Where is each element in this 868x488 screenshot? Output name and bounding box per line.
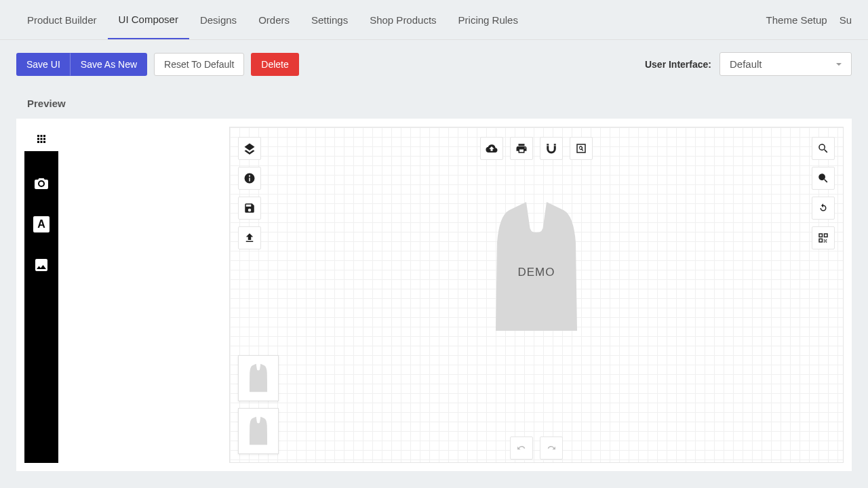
ui-label: User Interface: [645, 59, 711, 70]
tool-row-top [480, 137, 593, 160]
thumbnails [238, 355, 279, 454]
text-icon: A [33, 216, 50, 232]
zoom-in-icon [817, 172, 829, 184]
rail-text-button[interactable]: A [33, 216, 50, 232]
upload-button[interactable] [238, 226, 261, 249]
undo-icon [515, 442, 528, 454]
save-canvas-button[interactable] [238, 197, 261, 220]
demo-label: DEMO [518, 266, 555, 279]
save-as-new-button[interactable]: Save As New [71, 53, 147, 76]
search-button[interactable] [812, 137, 835, 160]
nav-orders[interactable]: Orders [248, 0, 300, 39]
ui-selector: User Interface: Default [645, 52, 852, 76]
chevron-down-icon [836, 63, 842, 66]
save-ui-button[interactable]: Save UI [16, 53, 71, 76]
canvas-area[interactable]: DEMO [229, 127, 844, 463]
search-icon [817, 142, 829, 155]
magnet-icon [545, 142, 557, 155]
delete-button[interactable]: Delete [251, 53, 298, 76]
bottom-controls [510, 436, 563, 460]
print-button[interactable] [510, 137, 533, 160]
info-icon [243, 172, 256, 184]
ui-select[interactable]: Default [719, 52, 852, 76]
nav-pricing-rules[interactable]: Pricing Rules [448, 0, 529, 39]
zoom-in-button[interactable] [812, 167, 835, 190]
info-button[interactable] [238, 167, 261, 190]
button-group-left: Save UI Save As New Reset To Default Del… [16, 53, 299, 76]
refresh-button[interactable] [812, 197, 835, 220]
rail-camera-button[interactable] [33, 176, 50, 192]
side-rail: A [24, 127, 58, 463]
upload-icon [243, 232, 256, 244]
nav-product-builder[interactable]: Product Builder [16, 0, 108, 39]
save-icon [243, 202, 256, 214]
cloud-download-button[interactable] [480, 137, 503, 160]
grid-icon [35, 133, 47, 145]
preview-body: A [16, 119, 852, 471]
rail-image-button[interactable] [33, 257, 50, 273]
refresh-icon [817, 202, 829, 214]
nav-cut[interactable]: Su [840, 14, 852, 26]
reset-button[interactable]: Reset To Default [154, 53, 244, 76]
ui-select-value: Default [730, 58, 762, 70]
nav-shop-products[interactable]: Shop Products [359, 0, 447, 39]
nav-settings[interactable]: Settings [300, 0, 359, 39]
redo-icon [545, 442, 557, 454]
nav-ui-composer[interactable]: UI Composer [108, 0, 189, 39]
nav-designs[interactable]: Designs [189, 0, 248, 39]
camera-icon [33, 176, 50, 192]
nav-theme-setup[interactable]: Theme Setup [766, 14, 827, 26]
cloud-download-icon [486, 142, 498, 155]
layers-button[interactable] [238, 137, 261, 160]
qr-button[interactable] [812, 226, 835, 249]
layers-icon [243, 142, 256, 155]
qr-icon [817, 232, 829, 244]
search-box-icon [575, 142, 587, 155]
toolbar: Save UI Save As New Reset To Default Del… [0, 40, 868, 88]
image-icon [33, 257, 50, 273]
magnet-button[interactable] [540, 137, 563, 160]
preview-header: Preview [16, 88, 852, 119]
preview-container: Preview A [16, 88, 852, 471]
redo-button[interactable] [540, 436, 563, 460]
tool-col-right [812, 137, 835, 249]
side-panel [58, 127, 229, 463]
top-nav: Product Builder UI Composer Designs Orde… [0, 0, 868, 40]
product-demo: DEMO [496, 202, 577, 333]
nav-left: Product Builder UI Composer Designs Orde… [16, 0, 529, 39]
nav-right: Theme Setup Su [766, 14, 852, 26]
undo-button[interactable] [510, 436, 533, 460]
thumbnail-2[interactable] [238, 408, 279, 454]
print-icon [515, 142, 528, 155]
rail-grid-button[interactable] [24, 127, 58, 151]
search-box-button[interactable] [570, 137, 593, 160]
tool-col-left [238, 137, 261, 249]
thumbnail-1[interactable] [238, 355, 279, 401]
